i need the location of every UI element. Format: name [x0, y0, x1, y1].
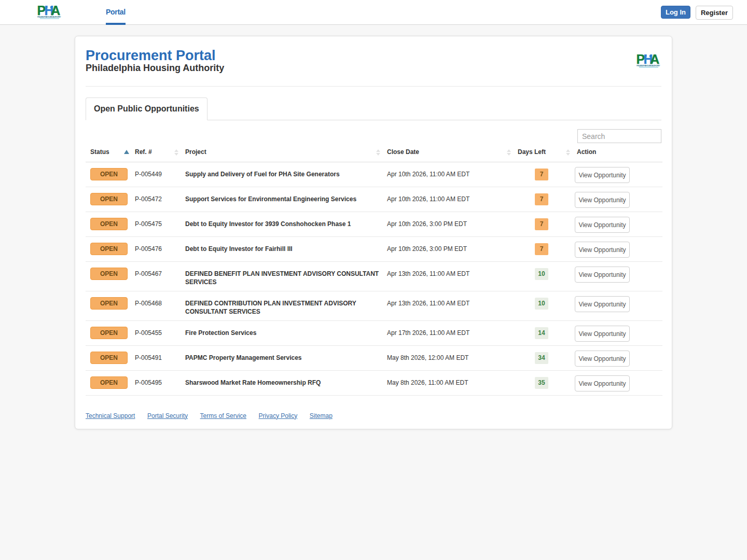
svg-text:PHILADELPHIA HOUSING AUTHORITY: PHILADELPHIA HOUSING AUTHORITY [637, 64, 660, 67]
svg-text:PHILADELPHIA HOUSING AUTHORITY: PHILADELPHIA HOUSING AUTHORITY [37, 16, 61, 18]
